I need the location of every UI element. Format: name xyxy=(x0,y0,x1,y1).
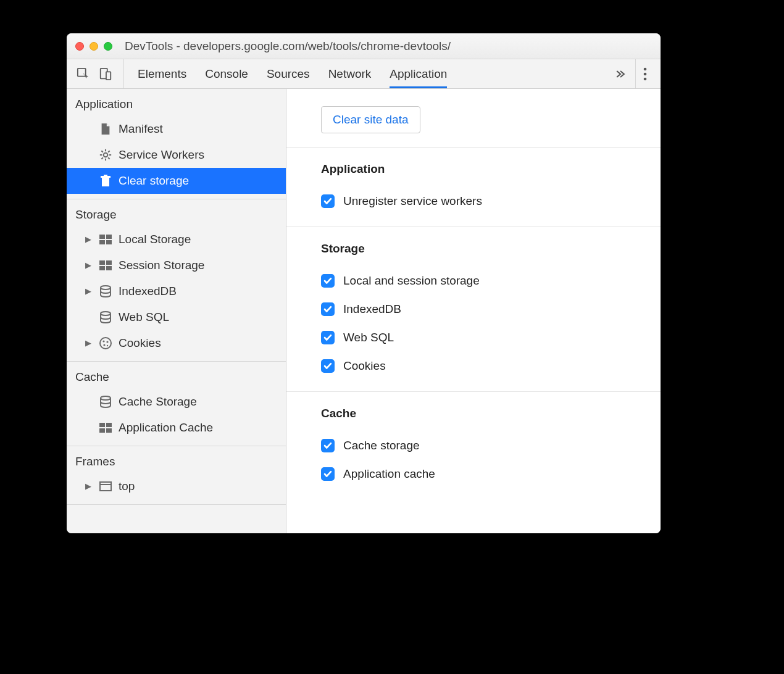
checkbox[interactable] xyxy=(321,439,335,452)
checkbox-label: Cache storage xyxy=(343,439,420,452)
sidebar-group-storage: Storage xyxy=(67,199,286,227)
option-cache-storage: Cache storage xyxy=(321,431,661,460)
inspect-icon[interactable] xyxy=(77,67,90,81)
overflow-tabs-button[interactable] xyxy=(608,59,633,88)
settings-menu-button[interactable] xyxy=(635,59,654,88)
svg-rect-34 xyxy=(99,423,105,427)
sidebar-item-label: Service Workers xyxy=(119,146,280,164)
svg-point-29 xyxy=(102,340,104,342)
clear-site-data-button[interactable]: Clear site data xyxy=(321,106,420,133)
grid-icon xyxy=(99,421,112,435)
checkbox-label: Application cache xyxy=(343,467,435,481)
sidebar-item-web-sql[interactable]: Web SQL xyxy=(67,304,286,330)
svg-rect-35 xyxy=(106,423,112,427)
sidebar-item-manifest[interactable]: Manifest xyxy=(67,116,286,142)
window-controls xyxy=(75,42,112,51)
frame-icon xyxy=(99,480,112,493)
sidebar-item-clear-storage[interactable]: Clear storage xyxy=(67,168,286,194)
section-title: Application xyxy=(321,162,661,176)
tab-network[interactable]: Network xyxy=(328,59,372,88)
svg-point-4 xyxy=(644,72,647,75)
trash-icon xyxy=(99,174,112,188)
sidebar-group-frames: Frames xyxy=(67,446,286,473)
sidebar-item-label: Application Cache xyxy=(119,418,280,437)
svg-rect-22 xyxy=(99,260,105,265)
close-window-button[interactable] xyxy=(75,42,84,51)
svg-rect-36 xyxy=(99,428,105,433)
svg-rect-17 xyxy=(104,175,107,176)
checkbox[interactable] xyxy=(321,331,335,344)
application-sidebar: ApplicationManifestService WorkersClear … xyxy=(67,89,286,533)
clear-data-row: Clear site data xyxy=(286,89,661,148)
svg-line-11 xyxy=(101,151,103,152)
svg-line-14 xyxy=(108,151,110,152)
sidebar-separator xyxy=(67,504,286,505)
svg-point-28 xyxy=(100,338,111,349)
checkbox[interactable] xyxy=(321,194,335,208)
section-cache: CacheCache storageApplication cache xyxy=(286,392,661,499)
sidebar-group-cache: Cache xyxy=(67,362,286,389)
svg-rect-18 xyxy=(99,235,105,239)
sidebar-item-top[interactable]: ▶top xyxy=(67,473,286,499)
checkbox[interactable] xyxy=(321,467,335,481)
titlebar: DevTools - developers.google.com/web/too… xyxy=(67,33,661,59)
svg-line-12 xyxy=(108,157,110,159)
sidebar-item-local-storage[interactable]: ▶Local Storage xyxy=(67,227,286,252)
svg-point-33 xyxy=(101,396,111,400)
expand-arrow-icon[interactable]: ▶ xyxy=(84,477,93,496)
tab-application[interactable]: Application xyxy=(390,59,447,88)
expand-arrow-icon[interactable]: ▶ xyxy=(84,230,93,249)
tab-elements[interactable]: Elements xyxy=(138,59,186,88)
tab-sources[interactable]: Sources xyxy=(267,59,310,88)
sidebar-item-application-cache[interactable]: Application Cache xyxy=(67,415,286,441)
checkbox[interactable] xyxy=(321,274,335,288)
sidebar-item-session-storage[interactable]: ▶Session Storage xyxy=(67,252,286,278)
panel-tabs: ElementsConsoleSourcesNetworkApplication xyxy=(138,59,608,88)
option-web-sql: Web SQL xyxy=(321,323,661,352)
svg-point-5 xyxy=(644,77,647,80)
db-icon xyxy=(99,285,112,298)
gear-icon xyxy=(99,148,112,162)
expand-arrow-icon[interactable]: ▶ xyxy=(84,256,93,275)
expand-arrow-icon[interactable]: ▶ xyxy=(84,334,93,352)
svg-line-13 xyxy=(101,157,103,159)
grid-icon xyxy=(99,259,112,272)
section-title: Storage xyxy=(321,242,661,256)
devtools-window: DevTools - developers.google.com/web/too… xyxy=(67,33,661,533)
minimize-window-button[interactable] xyxy=(90,42,98,51)
sidebar-item-label: Web SQL xyxy=(119,308,280,327)
sidebar-item-label: Session Storage xyxy=(119,256,280,275)
checkbox[interactable] xyxy=(321,302,335,316)
section-storage: StorageLocal and session storageIndexedD… xyxy=(286,227,661,392)
sidebar-item-cache-storage[interactable]: Cache Storage xyxy=(67,389,286,415)
svg-point-27 xyxy=(101,312,111,315)
checkbox[interactable] xyxy=(321,359,335,373)
db-icon xyxy=(99,395,112,409)
svg-point-6 xyxy=(104,153,108,157)
grid-icon xyxy=(99,233,112,246)
main-split: ApplicationManifestService WorkersClear … xyxy=(67,89,661,533)
tab-console[interactable]: Console xyxy=(205,59,248,88)
checkbox-label: Web SQL xyxy=(343,331,394,344)
zoom-window-button[interactable] xyxy=(104,42,112,51)
cookie-icon xyxy=(99,336,112,350)
sidebar-item-cookies[interactable]: ▶Cookies xyxy=(67,330,286,356)
content-pane: Clear site dataApplicationUnregister ser… xyxy=(286,89,661,533)
section-application: ApplicationUnregister service workers xyxy=(286,148,661,227)
sidebar-item-indexeddb[interactable]: ▶IndexedDB xyxy=(67,278,286,304)
sidebar-item-label: top xyxy=(119,477,280,496)
sidebar-item-label: Local Storage xyxy=(119,230,280,249)
sidebar-item-service-workers[interactable]: Service Workers xyxy=(67,142,286,168)
checkbox-label: Local and session storage xyxy=(343,274,480,288)
svg-rect-19 xyxy=(106,235,112,239)
svg-point-26 xyxy=(101,286,111,289)
checkbox-label: Cookies xyxy=(343,359,386,373)
svg-rect-20 xyxy=(99,240,105,244)
sidebar-item-label: Clear storage xyxy=(119,172,280,190)
device-toggle-icon[interactable] xyxy=(99,67,112,81)
window-title: DevTools - developers.google.com/web/too… xyxy=(125,40,451,53)
sidebar-item-label: IndexedDB xyxy=(119,282,280,301)
expand-arrow-icon[interactable]: ▶ xyxy=(84,282,93,301)
svg-rect-0 xyxy=(78,68,86,76)
file-icon xyxy=(99,122,112,136)
